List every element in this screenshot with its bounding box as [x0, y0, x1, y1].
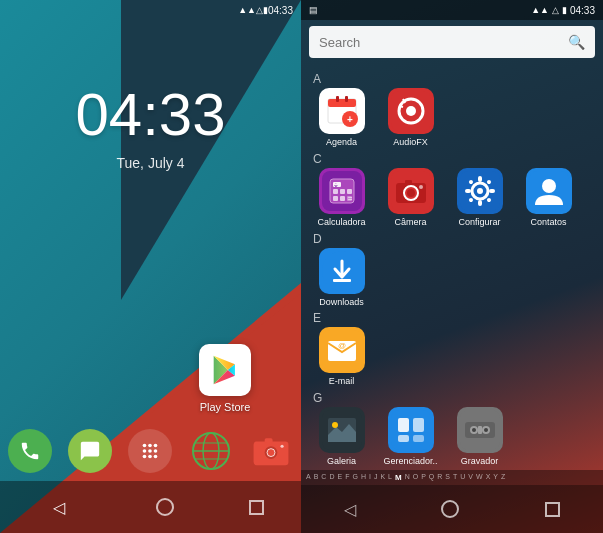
wifi-icon: △	[256, 5, 263, 15]
svg-text:=: =	[347, 194, 352, 203]
alpha-v[interactable]: V	[467, 473, 474, 482]
svg-rect-73	[398, 418, 409, 432]
left-back-button[interactable]: ◁	[37, 490, 81, 525]
alpha-o[interactable]: O	[412, 473, 419, 482]
alpha-h[interactable]: H	[360, 473, 367, 482]
alpha-d[interactable]: D	[328, 473, 335, 482]
gerenciador-icon	[388, 407, 434, 453]
alpha-n[interactable]: N	[404, 473, 411, 482]
right-status-bar: ▤ ▲▲ △ ▮ 04:33	[301, 0, 603, 20]
dock-apps[interactable]	[128, 429, 172, 473]
alpha-b[interactable]: B	[313, 473, 320, 482]
svg-rect-56	[465, 189, 471, 193]
alpha-j[interactable]: J	[373, 473, 379, 482]
notification-icon: ▤	[309, 5, 318, 15]
svg-rect-57	[489, 189, 495, 193]
app-calc[interactable]: - ÷ = Calculadora	[309, 168, 374, 228]
alpha-s[interactable]: S	[444, 473, 451, 482]
alpha-k[interactable]: K	[379, 473, 386, 482]
audiofx-label: AudioFX	[393, 137, 428, 148]
alphabet-bar[interactable]: A B C D E F G H I J K L M N O P Q R S T …	[301, 470, 603, 485]
svg-rect-72	[391, 410, 431, 450]
svg-point-63	[542, 179, 556, 193]
camera-label: Câmera	[394, 217, 426, 228]
alpha-z[interactable]: Z	[500, 473, 506, 482]
svg-rect-25	[328, 99, 356, 107]
section-c-row: - ÷ = Calculadora	[309, 168, 595, 228]
alpha-a[interactable]: A	[305, 473, 312, 482]
app-camera[interactable]: Câmera	[378, 168, 443, 228]
app-gravador[interactable]: Gravador	[447, 407, 512, 467]
gravador-label: Gravador	[461, 456, 499, 467]
app-list: A + Agenda	[301, 64, 603, 470]
svg-point-82	[484, 428, 488, 432]
alpha-p[interactable]: P	[420, 473, 427, 482]
agenda-label: Agenda	[326, 137, 357, 148]
agenda-icon: +	[319, 88, 365, 134]
alpha-g[interactable]: G	[351, 473, 358, 482]
contacts-label: Contatos	[530, 217, 566, 228]
svg-rect-83	[478, 426, 482, 434]
calc-label: Calculadora	[317, 217, 365, 228]
svg-point-7	[143, 449, 147, 453]
section-c-letter: C	[313, 152, 595, 166]
right-back-button[interactable]: ◁	[344, 500, 356, 519]
search-bar[interactable]: 🔍	[309, 26, 595, 58]
app-audiofx[interactable]: AudioFX	[378, 88, 443, 148]
gravador-icon	[457, 407, 503, 453]
status-right: ▲▲ △ ▮ 04:33	[531, 5, 595, 16]
svg-point-20	[267, 449, 275, 457]
alpha-w[interactable]: W	[475, 473, 484, 482]
right-battery-icon: ▮	[562, 5, 567, 15]
svg-rect-76	[413, 435, 424, 442]
section-e-letter: E	[313, 311, 595, 325]
right-wifi-icon: △	[552, 5, 559, 15]
dock-messages[interactable]	[68, 429, 112, 473]
alpha-e[interactable]: E	[336, 473, 343, 482]
alpha-i[interactable]: I	[368, 473, 372, 482]
search-input[interactable]	[319, 35, 568, 50]
dock-camera[interactable]	[249, 429, 293, 473]
alpha-q[interactable]: Q	[428, 473, 435, 482]
app-gerenciador[interactable]: Gerenciador..	[378, 407, 443, 467]
alpha-u[interactable]: U	[459, 473, 466, 482]
dock-browser[interactable]	[189, 429, 233, 473]
gerenciador-label: Gerenciador..	[383, 456, 437, 467]
alpha-y[interactable]: Y	[492, 473, 499, 482]
right-recent-button[interactable]	[545, 502, 560, 517]
left-home-button[interactable]	[156, 498, 174, 516]
svg-rect-39	[340, 189, 345, 194]
svg-point-80	[472, 428, 476, 432]
svg-rect-49	[405, 180, 412, 184]
alpha-f[interactable]: F	[344, 473, 350, 482]
app-agenda[interactable]: + Agenda	[309, 88, 374, 148]
alpha-r[interactable]: R	[436, 473, 443, 482]
app-contacts[interactable]: Contatos	[516, 168, 581, 228]
alpha-t[interactable]: T	[452, 473, 458, 482]
right-panel: ▤ ▲▲ △ ▮ 04:33 🔍 A	[301, 0, 603, 533]
app-galeria[interactable]: Galeria	[309, 407, 374, 467]
alpha-c[interactable]: C	[320, 473, 327, 482]
dock-bar	[0, 429, 301, 473]
svg-rect-41	[333, 196, 338, 201]
svg-rect-42	[340, 196, 345, 201]
alpha-m[interactable]: M	[394, 473, 403, 482]
signal-bars-icon: ▲▲	[531, 5, 549, 15]
svg-text:+: +	[347, 114, 353, 125]
right-time: 04:33	[570, 5, 595, 16]
app-downloads[interactable]: Downloads	[309, 248, 374, 308]
svg-rect-38	[333, 189, 338, 194]
alpha-l[interactable]: L	[387, 473, 393, 482]
dock-phone[interactable]	[8, 429, 52, 473]
alpha-x[interactable]: X	[485, 473, 492, 482]
section-d-letter: D	[313, 232, 595, 246]
playstore-app[interactable]: Play Store	[199, 344, 251, 413]
playstore-svg	[208, 353, 242, 387]
left-recent-button[interactable]	[249, 500, 264, 515]
app-email[interactable]: @ E-mail	[309, 327, 374, 387]
app-config[interactable]: Configurar	[447, 168, 512, 228]
svg-point-22	[280, 445, 283, 448]
section-a-row: + Agenda AudioFX	[309, 88, 595, 148]
right-home-button[interactable]	[441, 500, 459, 518]
svg-rect-27	[345, 96, 348, 102]
